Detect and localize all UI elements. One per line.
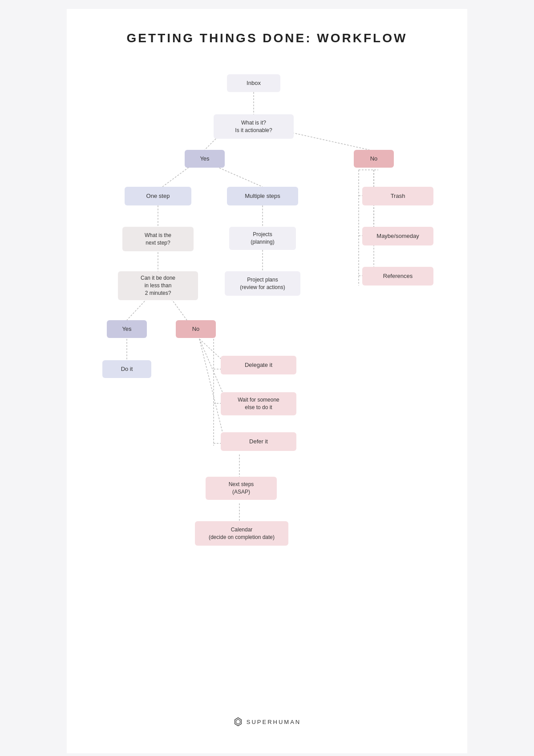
- delegate-box: Delegate it: [221, 356, 296, 374]
- do-it-box: Do it: [102, 360, 151, 378]
- svg-line-12: [199, 339, 222, 360]
- superhuman-logo-icon: [233, 717, 243, 727]
- svg-line-13: [199, 339, 222, 392]
- calendar-box: Calendar (decide on completion date): [195, 521, 288, 546]
- brand-name: SUPERHUMAN: [247, 719, 301, 725]
- connector-lines: [85, 68, 449, 690]
- yes2-box: Yes: [107, 320, 147, 338]
- can-2min-box: Can it be done in less than 2 minutes?: [118, 271, 198, 300]
- no2-box: No: [176, 320, 216, 338]
- superhuman-logo: SUPERHUMAN: [233, 717, 301, 727]
- diagram-wrapper: Inbox What is it? Is it actionable? Yes …: [85, 68, 449, 690]
- svg-line-9: [127, 299, 147, 320]
- footer: SUPERHUMAN: [233, 717, 301, 727]
- trash-box: Trash: [362, 187, 433, 205]
- projects-box: Projects (planning): [229, 227, 296, 250]
- project-plans-box: Project plans (review for actions): [225, 271, 300, 296]
- question-box: What is it? Is it actionable?: [214, 114, 294, 139]
- svg-line-10: [171, 299, 187, 320]
- svg-marker-30: [236, 720, 240, 724]
- references-box: References: [362, 267, 433, 286]
- wait-box: Wait for someone else to do it: [221, 392, 296, 415]
- one-step-box: One step: [125, 187, 191, 205]
- what-next-box: What is the next step?: [122, 227, 194, 251]
- svg-line-2: [289, 132, 369, 150]
- inbox-box: Inbox: [227, 74, 280, 92]
- svg-line-14: [199, 339, 222, 432]
- next-steps-box: Next steps (ASAP): [206, 477, 277, 500]
- page-title: GETTING THINGS DONE: WORKFLOW: [127, 31, 408, 45]
- defer-box: Defer it: [221, 432, 296, 451]
- svg-line-3: [162, 165, 191, 187]
- yes1-box: Yes: [185, 150, 225, 168]
- multiple-steps-box: Multiple steps: [227, 187, 298, 205]
- svg-line-4: [214, 165, 263, 187]
- no1-box: No: [354, 150, 394, 168]
- maybe-box: Maybe/someday: [362, 227, 433, 245]
- page-container: GETTING THINGS DONE: WORKFLOW: [67, 9, 467, 753]
